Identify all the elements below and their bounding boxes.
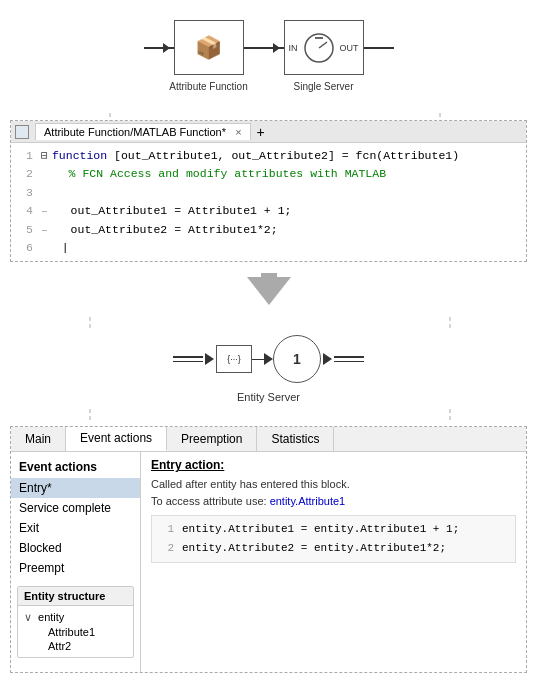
code-line-3: 3 — [17, 184, 520, 202]
output-lines — [334, 356, 364, 362]
editor-tab[interactable]: Attribute Function/MATLAB Function* × — [35, 123, 251, 140]
server-in-port: IN — [289, 43, 298, 53]
server-dial-area — [298, 30, 340, 66]
entry-desc-line1: Called after entity has entered this blo… — [151, 476, 516, 493]
in-arrow-head — [205, 353, 214, 365]
input-lines — [173, 356, 203, 362]
entity-tree: ∨ entity Attribute1 Attr2 — [18, 606, 133, 657]
server-number: 1 — [293, 351, 301, 367]
event-preempt[interactable]: Preempt — [11, 558, 140, 578]
attr-function-block[interactable]: 📦 Attribute Function — [174, 20, 244, 75]
right-panel: Entry action: Called after entity has en… — [141, 452, 526, 672]
panel-tab-bar: Main Event actions Preemption Statistics — [11, 427, 526, 452]
event-entry[interactable]: Entry* — [11, 478, 140, 498]
attr-function-icon: 📦 — [195, 35, 222, 61]
top-diagram: 📦 Attribute Function IN OUT Single Serve… — [0, 0, 537, 110]
attr-function-label: Attribute Function — [169, 81, 247, 92]
code-box-line-1: 1 entity.Attribute1 = entity.Attribute1 … — [160, 520, 507, 539]
curly-brace-block[interactable]: {···} — [216, 345, 252, 373]
code-line-5: 5 – out_Attribute2 = Attribute1*2; — [17, 221, 520, 239]
code-box-text-2: entity.Attribute2 = entity.Attribute1*2; — [182, 539, 446, 558]
new-tab-button[interactable]: + — [253, 124, 269, 140]
tree-attr1-label: Attribute1 — [48, 626, 95, 638]
entry-code-box: 1 entity.Attribute1 = entity.Attribute1 … — [151, 515, 516, 562]
right-connector — [364, 47, 394, 49]
event-service-complete[interactable]: Service complete — [11, 498, 140, 518]
entry-action-title: Entry action: — [151, 458, 516, 472]
code-line-1: 1 ⊟ function [out_Attribute1, out_Attrib… — [17, 147, 520, 165]
entry-description: Called after entity has entered this blo… — [151, 476, 516, 509]
tree-attr1: Attribute1 — [24, 625, 127, 639]
tree-root: ∨ entity — [24, 610, 127, 625]
mid-connector — [244, 47, 284, 49]
out-arrow-head — [323, 353, 332, 365]
dashed-connector-top — [10, 110, 527, 120]
entry-desc-line2: To access attribute use: entity.Attribut… — [151, 493, 516, 510]
tab-main[interactable]: Main — [11, 427, 66, 451]
tab-preemption[interactable]: Preemption — [167, 427, 257, 451]
code-line-2: 2 % FCN Access and modify attributes wit… — [17, 165, 520, 183]
entry-attr-link[interactable]: entity.Attribute1 — [270, 495, 346, 507]
entity-struct-title: Entity structure — [18, 587, 133, 606]
event-actions-title: Event actions — [11, 458, 140, 478]
editor-close-icon[interactable]: × — [235, 126, 241, 138]
code-line-4: 4 – out_Attribute1 = Attribute1 + 1; — [17, 202, 520, 220]
matlab-file-icon — [15, 125, 29, 139]
code-editor: Attribute Function/MATLAB Function* × + … — [10, 120, 527, 262]
left-panel: Event actions Entry* Service complete Ex… — [11, 452, 141, 672]
left-connector — [144, 47, 174, 49]
server-dial-icon — [301, 30, 337, 66]
entity-block-group: {···} 1 Entity Server — [173, 335, 364, 383]
block-row: 📦 Attribute Function IN OUT Single Serve… — [20, 20, 517, 75]
event-list: Entry* Service complete Exit Blocked Pre… — [11, 478, 140, 578]
down-arrow — [0, 267, 537, 317]
entity-server-label: Entity Server — [237, 391, 300, 403]
editor-tab-bar: Attribute Function/MATLAB Function* × + — [11, 121, 526, 143]
code-line-6: 6 | — [17, 239, 520, 257]
tree-entity-label: entity — [38, 611, 64, 623]
code-box-line-2: 2 entity.Attribute2 = entity.Attribute1*… — [160, 539, 507, 558]
server-out-port: OUT — [340, 43, 359, 53]
entity-server-circle[interactable]: 1 — [273, 335, 321, 383]
code-box-text-1: entity.Attribute1 = entity.Attribute1 + … — [182, 520, 459, 539]
entity-structure-panel: Entity structure ∨ entity Attribute1 Att… — [17, 586, 134, 658]
tree-attr2: Attr2 — [24, 639, 127, 653]
panel-body: Event actions Entry* Service complete Ex… — [11, 452, 526, 672]
dashed-bottom — [10, 409, 527, 421]
bottom-panel: Main Event actions Preemption Statistics… — [10, 426, 527, 673]
code-content: 1 ⊟ function [out_Attribute1, out_Attrib… — [11, 143, 526, 261]
arrow-head — [247, 277, 291, 305]
tab-statistics[interactable]: Statistics — [257, 427, 334, 451]
event-blocked[interactable]: Blocked — [11, 538, 140, 558]
tree-attr2-label: Attr2 — [48, 640, 71, 652]
single-server-block[interactable]: IN OUT Single Server — [284, 20, 364, 75]
dashed-top — [10, 317, 527, 329]
tab-event-actions[interactable]: Event actions — [66, 427, 167, 451]
middle-section: {···} 1 Entity Server — [10, 317, 527, 421]
inner-connector — [252, 359, 264, 361]
mid-arrow-head — [264, 353, 273, 365]
event-exit[interactable]: Exit — [11, 518, 140, 538]
entity-server-diagram: {···} 1 Entity Server — [10, 329, 527, 409]
single-server-label: Single Server — [293, 81, 353, 92]
editor-tab-label: Attribute Function/MATLAB Function* — [44, 126, 226, 138]
